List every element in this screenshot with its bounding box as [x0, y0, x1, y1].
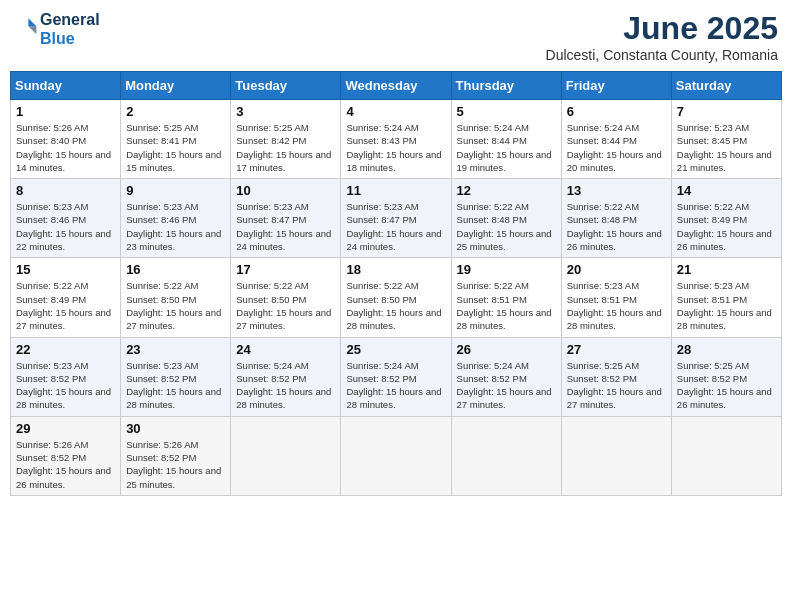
day-info: Sunrise: 5:23 AMSunset: 8:52 PMDaylight:… [126, 359, 225, 412]
table-row: 22Sunrise: 5:23 AMSunset: 8:52 PMDayligh… [11, 337, 121, 416]
day-info: Sunrise: 5:26 AMSunset: 8:52 PMDaylight:… [126, 438, 225, 491]
day-info: Sunrise: 5:26 AMSunset: 8:52 PMDaylight:… [16, 438, 115, 491]
day-number: 28 [677, 342, 776, 357]
day-info: Sunrise: 5:22 AMSunset: 8:48 PMDaylight:… [567, 200, 666, 253]
day-number: 6 [567, 104, 666, 119]
day-info: Sunrise: 5:23 AMSunset: 8:52 PMDaylight:… [16, 359, 115, 412]
table-row [671, 416, 781, 495]
svg-marker-0 [28, 18, 36, 26]
table-row [451, 416, 561, 495]
table-row: 1Sunrise: 5:26 AMSunset: 8:40 PMDaylight… [11, 100, 121, 179]
day-info: Sunrise: 5:22 AMSunset: 8:50 PMDaylight:… [346, 279, 445, 332]
day-number: 20 [567, 262, 666, 277]
day-number: 13 [567, 183, 666, 198]
day-info: Sunrise: 5:25 AMSunset: 8:42 PMDaylight:… [236, 121, 335, 174]
day-info: Sunrise: 5:22 AMSunset: 8:51 PMDaylight:… [457, 279, 556, 332]
table-row: 2Sunrise: 5:25 AMSunset: 8:41 PMDaylight… [121, 100, 231, 179]
calendar-week-row: 15Sunrise: 5:22 AMSunset: 8:49 PMDayligh… [11, 258, 782, 337]
day-info: Sunrise: 5:25 AMSunset: 8:52 PMDaylight:… [567, 359, 666, 412]
table-row [341, 416, 451, 495]
day-number: 26 [457, 342, 556, 357]
day-number: 4 [346, 104, 445, 119]
day-info: Sunrise: 5:23 AMSunset: 8:47 PMDaylight:… [236, 200, 335, 253]
day-number: 23 [126, 342, 225, 357]
day-number: 14 [677, 183, 776, 198]
location-title: Dulcesti, Constanta County, Romania [546, 47, 778, 63]
table-row: 28Sunrise: 5:25 AMSunset: 8:52 PMDayligh… [671, 337, 781, 416]
day-info: Sunrise: 5:24 AMSunset: 8:44 PMDaylight:… [567, 121, 666, 174]
table-row: 24Sunrise: 5:24 AMSunset: 8:52 PMDayligh… [231, 337, 341, 416]
calendar: Sunday Monday Tuesday Wednesday Thursday… [10, 71, 782, 496]
day-number: 12 [457, 183, 556, 198]
table-row: 30Sunrise: 5:26 AMSunset: 8:52 PMDayligh… [121, 416, 231, 495]
table-row: 9Sunrise: 5:23 AMSunset: 8:46 PMDaylight… [121, 179, 231, 258]
day-info: Sunrise: 5:25 AMSunset: 8:52 PMDaylight:… [677, 359, 776, 412]
table-row: 4Sunrise: 5:24 AMSunset: 8:43 PMDaylight… [341, 100, 451, 179]
title-area: June 2025 Dulcesti, Constanta County, Ro… [546, 10, 778, 63]
day-number: 15 [16, 262, 115, 277]
day-number: 7 [677, 104, 776, 119]
day-info: Sunrise: 5:24 AMSunset: 8:52 PMDaylight:… [346, 359, 445, 412]
day-number: 25 [346, 342, 445, 357]
day-info: Sunrise: 5:22 AMSunset: 8:50 PMDaylight:… [126, 279, 225, 332]
table-row: 10Sunrise: 5:23 AMSunset: 8:47 PMDayligh… [231, 179, 341, 258]
day-info: Sunrise: 5:25 AMSunset: 8:41 PMDaylight:… [126, 121, 225, 174]
table-row: 15Sunrise: 5:22 AMSunset: 8:49 PMDayligh… [11, 258, 121, 337]
day-number: 2 [126, 104, 225, 119]
day-number: 19 [457, 262, 556, 277]
table-row: 27Sunrise: 5:25 AMSunset: 8:52 PMDayligh… [561, 337, 671, 416]
day-info: Sunrise: 5:22 AMSunset: 8:48 PMDaylight:… [457, 200, 556, 253]
table-row: 5Sunrise: 5:24 AMSunset: 8:44 PMDaylight… [451, 100, 561, 179]
col-thursday: Thursday [451, 72, 561, 100]
table-row: 26Sunrise: 5:24 AMSunset: 8:52 PMDayligh… [451, 337, 561, 416]
table-row: 21Sunrise: 5:23 AMSunset: 8:51 PMDayligh… [671, 258, 781, 337]
table-row: 13Sunrise: 5:22 AMSunset: 8:48 PMDayligh… [561, 179, 671, 258]
day-number: 8 [16, 183, 115, 198]
day-info: Sunrise: 5:23 AMSunset: 8:51 PMDaylight:… [677, 279, 776, 332]
table-row [561, 416, 671, 495]
calendar-header-row: Sunday Monday Tuesday Wednesday Thursday… [11, 72, 782, 100]
table-row: 8Sunrise: 5:23 AMSunset: 8:46 PMDaylight… [11, 179, 121, 258]
day-info: Sunrise: 5:24 AMSunset: 8:43 PMDaylight:… [346, 121, 445, 174]
day-info: Sunrise: 5:23 AMSunset: 8:47 PMDaylight:… [346, 200, 445, 253]
col-tuesday: Tuesday [231, 72, 341, 100]
day-number: 18 [346, 262, 445, 277]
day-info: Sunrise: 5:24 AMSunset: 8:52 PMDaylight:… [457, 359, 556, 412]
day-info: Sunrise: 5:24 AMSunset: 8:44 PMDaylight:… [457, 121, 556, 174]
day-number: 5 [457, 104, 556, 119]
col-monday: Monday [121, 72, 231, 100]
day-number: 30 [126, 421, 225, 436]
table-row: 18Sunrise: 5:22 AMSunset: 8:50 PMDayligh… [341, 258, 451, 337]
day-number: 24 [236, 342, 335, 357]
table-row: 17Sunrise: 5:22 AMSunset: 8:50 PMDayligh… [231, 258, 341, 337]
day-number: 17 [236, 262, 335, 277]
day-number: 22 [16, 342, 115, 357]
day-number: 11 [346, 183, 445, 198]
day-number: 1 [16, 104, 115, 119]
col-saturday: Saturday [671, 72, 781, 100]
day-info: Sunrise: 5:24 AMSunset: 8:52 PMDaylight:… [236, 359, 335, 412]
day-number: 9 [126, 183, 225, 198]
table-row: 12Sunrise: 5:22 AMSunset: 8:48 PMDayligh… [451, 179, 561, 258]
table-row: 23Sunrise: 5:23 AMSunset: 8:52 PMDayligh… [121, 337, 231, 416]
day-info: Sunrise: 5:23 AMSunset: 8:45 PMDaylight:… [677, 121, 776, 174]
col-sunday: Sunday [11, 72, 121, 100]
day-number: 29 [16, 421, 115, 436]
table-row: 19Sunrise: 5:22 AMSunset: 8:51 PMDayligh… [451, 258, 561, 337]
day-number: 27 [567, 342, 666, 357]
table-row: 25Sunrise: 5:24 AMSunset: 8:52 PMDayligh… [341, 337, 451, 416]
logo-icon [14, 15, 38, 39]
table-row: 3Sunrise: 5:25 AMSunset: 8:42 PMDaylight… [231, 100, 341, 179]
day-info: Sunrise: 5:22 AMSunset: 8:49 PMDaylight:… [677, 200, 776, 253]
table-row: 6Sunrise: 5:24 AMSunset: 8:44 PMDaylight… [561, 100, 671, 179]
logo-line1: General [40, 10, 100, 29]
col-friday: Friday [561, 72, 671, 100]
day-number: 21 [677, 262, 776, 277]
header: General Blue June 2025 Dulcesti, Constan… [10, 10, 782, 63]
col-wednesday: Wednesday [341, 72, 451, 100]
table-row: 20Sunrise: 5:23 AMSunset: 8:51 PMDayligh… [561, 258, 671, 337]
svg-marker-1 [28, 26, 36, 34]
day-info: Sunrise: 5:22 AMSunset: 8:50 PMDaylight:… [236, 279, 335, 332]
day-number: 3 [236, 104, 335, 119]
logo-line2: Blue [40, 29, 100, 48]
